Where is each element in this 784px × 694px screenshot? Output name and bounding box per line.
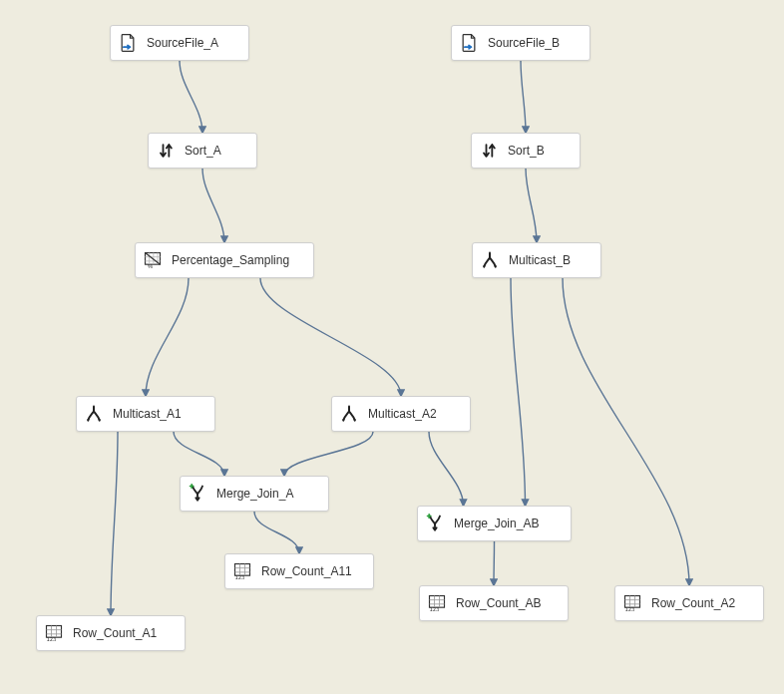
multicast-icon	[83, 403, 105, 425]
node-row-count-a2[interactable]: 123 Row_Count_A2	[614, 585, 764, 621]
node-merge-join-ab[interactable]: Merge_Join_AB	[417, 506, 572, 541]
connector	[254, 512, 299, 553]
node-label: Multicast_A2	[368, 408, 437, 420]
svg-text:123: 123	[47, 636, 57, 642]
node-label: Percentage_Sampling	[172, 254, 289, 266]
node-merge-join-a[interactable]: Merge_Join_A	[180, 476, 329, 512]
connector	[521, 61, 526, 133]
node-row-count-ab[interactable]: 123 Row_Count_AB	[419, 585, 569, 621]
connector	[526, 169, 537, 242]
connector	[563, 278, 689, 585]
node-label: Row_Count_AB	[456, 597, 541, 609]
connector	[429, 432, 464, 506]
connector	[494, 541, 495, 585]
row-count-icon: 123	[231, 560, 253, 582]
connector	[511, 278, 526, 506]
merge-join-icon	[424, 513, 446, 534]
multicast-icon	[479, 249, 501, 271]
node-label: Sort_B	[508, 145, 545, 157]
node-row-count-a1[interactable]: 123 Row_Count_A1	[36, 615, 186, 651]
row-count-icon: 123	[43, 622, 65, 644]
connector	[174, 432, 224, 476]
connector	[180, 61, 202, 133]
connector	[146, 278, 189, 396]
node-label: SourceFile_A	[147, 37, 218, 49]
svg-text:123: 123	[430, 606, 440, 612]
node-label: Multicast_B	[509, 254, 571, 266]
svg-rect-6	[430, 596, 445, 608]
sort-icon	[478, 140, 500, 162]
svg-text:%: %	[148, 263, 153, 269]
node-source-file-b[interactable]: SourceFile_B	[451, 25, 590, 61]
file-source-icon	[458, 32, 480, 54]
multicast-icon	[338, 403, 360, 425]
svg-rect-8	[625, 596, 640, 608]
merge-join-icon	[187, 483, 208, 505]
node-label: Merge_Join_AB	[454, 518, 539, 529]
node-row-count-a11[interactable]: 123 Row_Count_A11	[224, 553, 374, 589]
node-sort-b[interactable]: Sort_B	[471, 133, 581, 169]
sampling-icon: %	[142, 249, 164, 271]
node-percentage-sampling[interactable]: % Percentage_Sampling	[135, 242, 314, 278]
connector	[284, 432, 373, 476]
svg-rect-4	[47, 626, 62, 638]
node-multicast-a1[interactable]: Multicast_A1	[76, 396, 215, 432]
row-count-icon: 123	[621, 592, 643, 614]
node-label: Merge_Join_A	[216, 488, 293, 500]
node-multicast-b[interactable]: Multicast_B	[472, 242, 601, 278]
row-count-icon: 123	[426, 592, 448, 614]
svg-text:123: 123	[625, 606, 635, 612]
connector	[202, 169, 224, 242]
node-label: Sort_A	[185, 145, 221, 157]
connector	[111, 432, 118, 615]
node-sort-a[interactable]: Sort_A	[148, 133, 257, 169]
svg-text:123: 123	[235, 574, 245, 580]
flow-canvas[interactable]: SourceFile_A SourceFile_B Sort_A Sort_B …	[0, 0, 784, 694]
node-multicast-a2[interactable]: Multicast_A2	[331, 396, 471, 432]
node-label: Row_Count_A11	[261, 565, 352, 577]
node-label: SourceFile_B	[488, 37, 560, 49]
node-label: Row_Count_A2	[651, 597, 735, 609]
svg-rect-2	[235, 564, 250, 576]
file-source-icon	[117, 32, 139, 54]
node-label: Multicast_A1	[113, 408, 182, 420]
sort-icon	[155, 140, 177, 162]
connector	[260, 278, 401, 396]
node-source-file-a[interactable]: SourceFile_A	[110, 25, 249, 61]
node-label: Row_Count_A1	[73, 627, 157, 639]
